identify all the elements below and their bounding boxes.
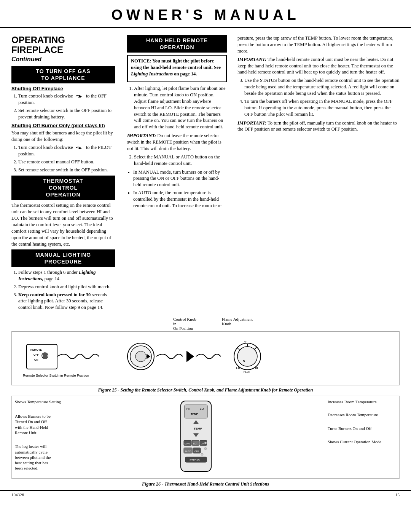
svg-text:STATUS: STATUS [190,459,200,462]
list-item: Use the STATUS button on the hand-held r… [244,77,400,97]
important3: IMPORTANT: To turn the pilot off, manual… [237,120,400,133]
footer: 104326 15 [0,490,411,498]
svg-text:LO: LO [193,443,196,445]
list-item: Depress control knob and light pilot wit… [18,284,115,290]
svg-text:MAN: MAN [185,443,190,445]
hhr-bullet-list: In MANUAL mode, turn burners on or off b… [127,169,227,209]
shutting-off-burner-title: Shutting Off Burner Only (pilot stays li… [11,123,115,128]
svg-text:LO: LO [200,407,204,411]
svg-point-46 [204,442,207,444]
clockwise-arrow-icon2 [74,145,85,151]
svg-point-45 [204,447,207,450]
list-item: To turn the burners off when operating i… [244,98,400,118]
important2: IMPORTANT: The hand-held remote control … [237,56,400,76]
shutting-off-burner-intro: You may shut off the burners and keep th… [11,130,115,143]
notice-text: NOTICE: You must light the pilot before … [131,58,223,77]
svg-text:LO: LO [236,366,240,370]
flame-adj-label: Flame Adjustment Knob [222,317,261,331]
temp-setting-label: Shows Temperature Setting [15,399,64,404]
shows-operation-label: Shows Current Operation Mode [328,439,396,444]
shutting-off-burner-steps: Turn control knob clockwise to the PILOT… [11,144,115,173]
list-item: Select the MANUAL or AUTO button on the … [134,154,227,167]
increases-temp-label: Increases Room Temperature [328,399,396,404]
hhr-steps: After lighting, let pilot flame burn for… [127,85,227,130]
shutting-off-fireplace-steps: Turn control knob clockwise to the OFF p… [11,93,115,120]
turn-off-gas-heading: TO TURN OFF GAS TO APPLIANCE [11,66,115,83]
fig26-remote-svg: HI LO TEMP TEMP MAN LO ON AUTO OFF [68,399,324,475]
important1: IMPORTANT: Do not leave the remote selec… [127,133,227,152]
auto-cycle-label: The log heater willautomatically cyclebe… [15,444,64,471]
hhr-heading: HAND HELD REMOTE OPERATION [127,35,227,53]
burners-label: Allows Burners to beTurned On and Offwit… [15,414,64,435]
page-title: OWNER'S MANUAL [0,7,411,23]
fig25-caption: Figure 25 - Setting the Remote Selector … [11,387,400,393]
svg-text:AUTO: AUTO [185,450,191,452]
header: OWNER'S MANUAL [0,0,411,28]
fig26-right-labels: Increases Room Temperature Decreases Roo… [328,399,396,475]
knob-in-label: Control Knob inOn Position [173,317,199,331]
list-item: Turn control knob clockwise to the PILOT… [18,144,115,157]
svg-point-10 [135,351,146,362]
svg-text:HI: HI [255,366,258,370]
list-item: Set remote selector switch in the OFF po… [18,167,115,173]
thermostat-heading: THERMOSTAT CONTROL OPERATION [11,176,115,200]
list-item: In AUTO mode, the room temperature is co… [133,190,227,209]
clockwise-arrow-icon [74,94,85,99]
page: OWNER'S MANUAL OPERATINGFIREPLACE Contin… [0,0,411,532]
svg-text:ON: ON [201,443,204,445]
list-item: Turn control knob clockwise to the OFF p… [18,93,115,106]
svg-text:REMOTE: REMOTE [30,348,42,351]
main-content: OPERATINGFIREPLACE Continued TO TURN OFF… [0,28,411,317]
remote-control-svg: HI LO TEMP TEMP MAN LO ON AUTO OFF [166,399,226,475]
fig26-left-labels: Shows Temperature Setting Allows Burners… [15,399,64,475]
decreases-temp-label: Decreases Room Temperature [328,412,396,417]
svg-point-14 [237,347,257,366]
operating-title: OPERATINGFIREPLACE [11,35,115,55]
svg-text:TEMP: TEMP [191,413,198,415]
fig25-diagram: REMOTE OFF ON ▽ [11,331,400,385]
fig25-svg: REMOTE OFF ON ▽ [15,335,396,380]
svg-text:OFF: OFF [194,450,199,452]
list-item: In MANUAL mode, turn burners on or off b… [133,169,227,189]
svg-marker-12 [186,351,194,362]
page-number: 15 [395,492,400,497]
right-steps: Use the STATUS button on the hand-held r… [237,77,400,117]
svg-text:OFF: OFF [33,353,39,356]
list-item: Use remote control manual OFF button. [18,159,115,165]
svg-text:ON: ON [34,358,38,361]
svg-text:PILOT: PILOT [243,371,251,373]
manual-lighting-steps: Follow steps 1 through 6 under Lighting … [11,269,115,311]
svg-text:Remote Selector Switch in Remo: Remote Selector Switch in Remote Positio… [23,374,89,377]
fig26-caption: Figure 26 - Thermostat Hand-Held Remote … [11,481,400,487]
left-column: OPERATINGFIREPLACE Continued TO TURN OFF… [11,35,122,313]
svg-text:S: S [243,359,245,363]
list-item: Keep control knob pressed in for 30 seco… [18,292,115,311]
part-number: 104326 [11,492,24,497]
svg-point-44 [201,453,203,455]
turns-burners-label: Turns Burners On and Off [328,426,396,431]
notice-box: NOTICE: You must light the pilot before … [127,55,227,82]
list-item: Set remote selector switch in the OFF po… [18,107,115,120]
middle-column: HAND HELD REMOTE OPERATION NOTICE: You m… [122,35,232,313]
svg-text:HI: HI [186,407,190,411]
list-item: Follow steps 1 through 6 under Lighting … [18,269,115,282]
fig26-diagram: Shows Temperature Setting Allows Burners… [11,396,400,479]
continued-label: Continued [11,56,115,63]
hhr-steps2: Select the MANUAL or AUTO button on the … [127,154,227,167]
svg-rect-7 [43,353,47,359]
list-item: After lighting, let pilot flame burn for… [134,85,227,130]
thermostat-body: The thermostat control setting on the re… [11,202,115,247]
right-para1: perature, press the top arrow of the TEM… [237,35,400,54]
svg-text:TEMP: TEMP [194,427,202,430]
right-column: perature, press the top arrow of the TEM… [232,35,400,313]
manual-lighting-heading: MANUAL LIGHTING PROCEDURE [11,249,115,267]
fig25-labels: Control Knob inOn Position Flame Adjustm… [0,317,411,331]
shutting-off-fireplace-title: Shutting Off Fireplace [11,86,115,91]
